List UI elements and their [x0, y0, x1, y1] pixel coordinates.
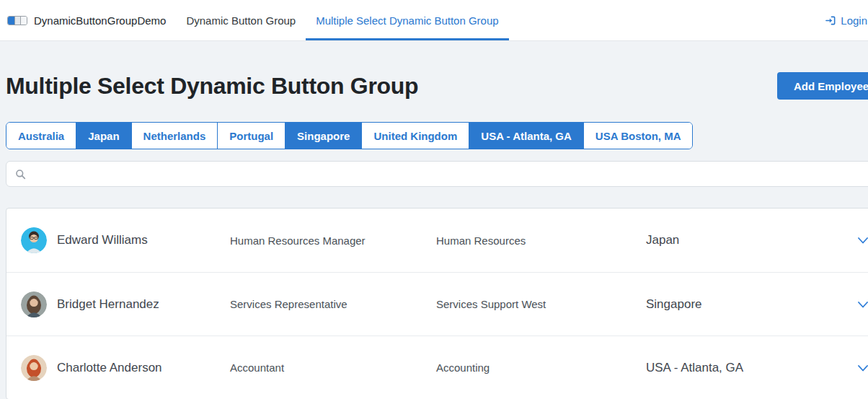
country-filter-button[interactable]: Japan — [76, 123, 130, 149]
employee-job-title: Accountant — [230, 361, 436, 374]
country-filter-button[interactable]: USA Boston, MA — [583, 123, 693, 149]
search-input[interactable] — [32, 162, 868, 186]
employee-row[interactable]: Bridget Hernandez Services Representativ… — [6, 272, 868, 336]
employee-country: Japan — [646, 233, 849, 247]
chevron-down-icon[interactable] — [849, 297, 868, 312]
employee-job-title: Services Representative — [230, 298, 436, 310]
search-box — [6, 161, 868, 187]
employee-department: Human Resources — [436, 234, 646, 247]
chevron-down-icon[interactable] — [849, 232, 868, 248]
country-filter-row: AustraliaJapanNetherlandsPortugalSingapo… — [6, 122, 862, 149]
sign-in-icon — [825, 15, 836, 26]
employee-name: Charlotte Anderson — [57, 361, 230, 375]
button-group-icon — [7, 16, 27, 25]
country-filter-button[interactable]: Netherlands — [131, 123, 218, 149]
chevron-down-icon[interactable] — [849, 360, 868, 376]
country-filter-button[interactable]: Portugal — [217, 123, 285, 149]
login-label: Login — [841, 14, 867, 27]
employee-department: Accounting — [436, 361, 646, 374]
employee-name: Bridget Hernandez — [57, 297, 230, 312]
employee-country: USA - Atlanta, GA — [646, 361, 849, 375]
country-select-bar: AustraliaJapanNetherlandsPortugalSingapo… — [6, 122, 693, 149]
country-filter-button[interactable]: USA - Atlanta, GA — [469, 123, 583, 149]
top-navbar: DynamicButtonGroupDemo Dynamic Button Gr… — [0, 0, 868, 41]
page-title: Multiple Select Dynamic Button Group — [6, 71, 418, 100]
navbar-link[interactable]: Multiple Select Dynamic Button Group — [306, 0, 508, 40]
navbar-links: Dynamic Button GroupMultiple Select Dyna… — [176, 0, 508, 40]
search-icon — [15, 169, 26, 180]
page-header: Multiple Select Dynamic Button Group Add… — [6, 71, 868, 100]
brand-link[interactable]: DynamicButtonGroupDemo — [7, 0, 166, 40]
avatar — [21, 355, 57, 381]
employee-row[interactable]: Charlotte Anderson Accountant Accounting… — [6, 336, 868, 399]
employee-row[interactable]: Edward Williams Human Resources Manager … — [6, 209, 868, 272]
country-filter-button[interactable]: Singapore — [285, 123, 361, 149]
country-filter-button[interactable]: United Kingdom — [361, 123, 469, 149]
login-link[interactable]: Login — [825, 0, 868, 40]
avatar — [21, 291, 57, 317]
brand-label: DynamicButtonGroupDemo — [34, 14, 166, 27]
employee-department: Services Support West — [436, 298, 646, 310]
navbar-link[interactable]: Dynamic Button Group — [176, 0, 306, 40]
country-filter-button[interactable]: Australia — [6, 123, 76, 149]
add-employee-button[interactable]: Add Employee — [777, 72, 868, 100]
employee-name: Edward Williams — [57, 233, 230, 247]
employee-job-title: Human Resources Manager — [230, 234, 436, 247]
employee-country: Singapore — [646, 297, 849, 312]
employee-list: Edward Williams Human Resources Manager … — [6, 208, 868, 399]
avatar — [21, 227, 57, 253]
page-content: Multiple Select Dynamic Button Group Add… — [0, 71, 868, 399]
